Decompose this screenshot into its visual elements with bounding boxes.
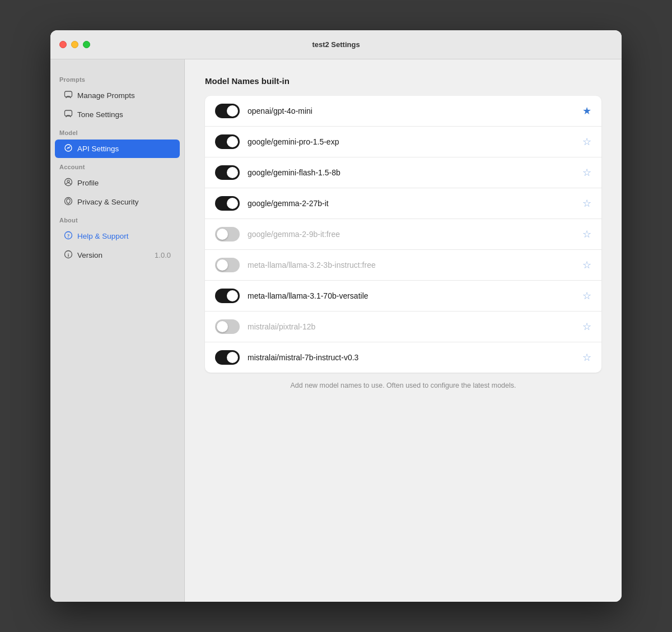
close-button[interactable] (59, 41, 67, 48)
sidebar-section-model: Model (50, 129, 184, 136)
sidebar-label-help-support: Help & Support (77, 232, 129, 240)
minimize-button[interactable] (71, 41, 78, 48)
sidebar-label-privacy-security: Privacy & Security (77, 198, 139, 206)
svg-text:i: i (68, 252, 69, 258)
sidebar-item-api-settings[interactable]: API Settings (55, 140, 180, 158)
star-button-openai-gpt4o-mini[interactable]: ★ (582, 106, 591, 116)
version-value: 1.0.0 (155, 251, 171, 259)
model-name-mistralai-mistral-7b: mistralai/mistral-7b-instruct-v0.3 (248, 353, 575, 362)
model-row-google-gemini-flash: google/gemini-flash-1.5-8b☆ (205, 157, 601, 188)
version-icon: i (64, 250, 73, 261)
titlebar: test2 Settings (50, 30, 622, 59)
toggle-openai-gpt4o-mini[interactable] (215, 104, 240, 118)
sidebar-label-api-settings: API Settings (77, 145, 119, 153)
model-name-meta-llama-31-70b: meta-llama/llama-3.1-70b-versatile (248, 291, 575, 300)
model-row-mistralai-mistral-7b: mistralai/mistral-7b-instruct-v0.3☆ (205, 342, 601, 373)
star-button-mistralai-pixtral[interactable]: ☆ (582, 322, 591, 332)
toggle-meta-llama-31-70b[interactable] (215, 289, 240, 303)
toggle-google-gemma-27b[interactable] (215, 196, 240, 211)
version-label: Version (77, 251, 102, 259)
sidebar-label-manage-prompts: Manage Prompts (77, 91, 135, 100)
app-window: test2 Settings Prompts Manage Prompts To… (50, 30, 622, 602)
model-list: openai/gpt-4o-mini★google/gemini-pro-1.5… (205, 96, 601, 373)
privacy-security-icon (64, 197, 73, 207)
model-name-google-gemma-29b-free: google/gemma-2-9b-it:free (248, 230, 575, 239)
toggle-mistralai-mistral-7b[interactable] (215, 350, 240, 365)
tone-settings-icon (64, 109, 73, 120)
main-content: Model Names built-in openai/gpt-4o-mini★… (185, 59, 622, 602)
sidebar-section-account: Account (50, 164, 184, 170)
profile-icon (64, 178, 73, 188)
window-title: test2 Settings (312, 40, 360, 49)
model-row-openai-gpt4o-mini: openai/gpt-4o-mini★ (205, 96, 601, 127)
sidebar-item-profile[interactable]: Profile (55, 174, 180, 192)
toggle-meta-llama-32-free[interactable] (215, 258, 240, 272)
sidebar-version-row: i Version1.0.0 (55, 246, 180, 264)
model-row-meta-llama-31-70b: meta-llama/llama-3.1-70b-versatile☆ (205, 281, 601, 312)
svg-point-4 (67, 180, 69, 183)
sidebar-item-help-support[interactable]: ? Help & Support (55, 227, 180, 245)
maximize-button[interactable] (83, 41, 90, 48)
model-name-mistralai-pixtral: mistralai/pixtral-12b (248, 322, 575, 331)
model-row-mistralai-pixtral: mistralai/pixtral-12b☆ (205, 312, 601, 342)
star-button-meta-llama-31-70b[interactable]: ☆ (582, 291, 591, 301)
toggle-google-gemini-pro-15[interactable] (215, 134, 240, 149)
sidebar-item-manage-prompts[interactable]: Manage Prompts (55, 86, 180, 105)
star-button-mistralai-mistral-7b[interactable]: ☆ (582, 352, 591, 363)
model-row-google-gemma-29b-free: google/gemma-2-9b-it:free☆ (205, 219, 601, 250)
toggle-google-gemini-flash[interactable] (215, 165, 240, 180)
model-name-meta-llama-32-free: meta-llama/llama-3.2-3b-instruct:free (248, 261, 575, 269)
svg-text:?: ? (67, 233, 70, 239)
sidebar-item-tone-settings[interactable]: Tone Settings (55, 105, 180, 124)
help-support-icon: ? (64, 231, 73, 241)
model-name-openai-gpt4o-mini: openai/gpt-4o-mini (248, 106, 575, 115)
star-button-google-gemma-27b[interactable]: ☆ (582, 198, 591, 208)
hint-text: Add new model names to use. Often used t… (205, 382, 601, 389)
star-button-google-gemini-pro-15[interactable]: ☆ (582, 137, 591, 147)
sidebar-label-tone-settings: Tone Settings (77, 110, 123, 119)
model-row-meta-llama-32-free: meta-llama/llama-3.2-3b-instruct:free☆ (205, 250, 601, 281)
section-title: Model Names built-in (205, 76, 601, 86)
star-button-google-gemini-flash[interactable]: ☆ (582, 168, 591, 178)
star-button-google-gemma-29b-free[interactable]: ☆ (582, 229, 591, 239)
sidebar-section-prompts: Prompts (50, 76, 184, 83)
toggle-mistralai-pixtral[interactable] (215, 319, 240, 334)
model-name-google-gemini-pro-15: google/gemini-pro-1.5-exp (248, 137, 575, 146)
model-row-google-gemma-27b: google/gemma-2-27b-it☆ (205, 188, 601, 219)
sidebar-section-about: About (50, 217, 184, 224)
api-settings-icon (64, 143, 73, 154)
model-row-google-gemini-pro-15: google/gemini-pro-1.5-exp☆ (205, 127, 601, 157)
sidebar: Prompts Manage Prompts Tone SettingsMode… (50, 59, 185, 602)
sidebar-item-privacy-security[interactable]: Privacy & Security (55, 193, 180, 211)
model-name-google-gemma-27b: google/gemma-2-27b-it (248, 199, 575, 208)
content-area: Prompts Manage Prompts Tone SettingsMode… (50, 59, 622, 602)
star-button-meta-llama-32-free[interactable]: ☆ (582, 260, 591, 270)
traffic-lights (59, 41, 90, 48)
toggle-google-gemma-29b-free[interactable] (215, 227, 240, 241)
manage-prompts-icon (64, 90, 73, 101)
sidebar-label-profile: Profile (77, 179, 99, 187)
model-name-google-gemini-flash: google/gemini-flash-1.5-8b (248, 168, 575, 177)
